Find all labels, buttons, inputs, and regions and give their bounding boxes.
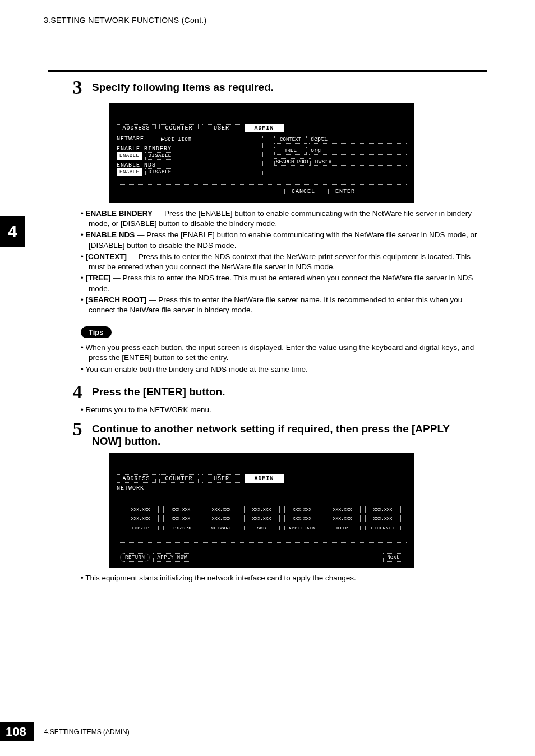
search-root-button[interactable]: SEARCH ROOT bbox=[274, 158, 311, 166]
tips-list: When you press each button, the input sc… bbox=[81, 343, 487, 375]
step-4-bullets: Returns you to the NETWORK menu. bbox=[81, 405, 487, 415]
set-item-pointer: ▶Set Item bbox=[161, 136, 191, 142]
nds-enable-button[interactable]: ENABLE bbox=[117, 168, 142, 176]
atk-val1: XXX.XXX bbox=[284, 506, 320, 513]
context-value: dept1 bbox=[309, 136, 407, 144]
step-3-title: Specify following items as required. bbox=[92, 81, 274, 94]
tab-address[interactable]: ADDRESS bbox=[117, 124, 156, 132]
running-header: 3.SETTING NETWORK FUNCTIONS (Cont.) bbox=[44, 16, 207, 25]
atk-val2: XXX.XXX bbox=[284, 515, 320, 522]
eth-val2: XXX.XXX bbox=[365, 515, 401, 522]
tab-user[interactable]: USER bbox=[202, 124, 241, 132]
ipx-val1: XXX.XXX bbox=[163, 506, 199, 513]
tcpip-val2: XXX.XXX bbox=[123, 515, 159, 522]
page-number: 108 bbox=[0, 722, 34, 741]
netware-label: NETWARE bbox=[117, 136, 144, 142]
nds-disable-button[interactable]: DISABLE bbox=[145, 168, 174, 176]
nw-val2: XXX.XXX bbox=[204, 515, 239, 522]
step-5-title: Continue to another network setting if r… bbox=[92, 423, 451, 448]
tab-counter[interactable]: COUNTER bbox=[159, 474, 199, 483]
page-footer: 108 4.SETTING ITEMS (ADMIN) bbox=[0, 722, 130, 741]
enable-nds-label: ENABLE NDS bbox=[117, 162, 251, 168]
step-5-number: 5 bbox=[70, 420, 85, 439]
tree-value: org bbox=[309, 147, 407, 155]
eth-val1: XXX.XXX bbox=[365, 506, 401, 513]
footer-label: 4.SETTING ITEMS (ADMIN) bbox=[44, 728, 130, 736]
appletalk-button[interactable]: APPLETALK bbox=[284, 524, 320, 532]
search-root-value: nwsrv bbox=[313, 158, 407, 166]
nw-val1: XXX.XXX bbox=[204, 506, 239, 513]
tree-button[interactable]: TREE bbox=[274, 147, 307, 155]
ipxspx-button[interactable]: IPX/SPX bbox=[163, 524, 199, 532]
chapter-tab: 4 bbox=[0, 216, 25, 247]
netware-settings-screenshot: ADDRESS COUNTER USER ADMIN NETWARE ▶Set … bbox=[109, 103, 414, 203]
step-5-bullets: This equipment starts initializing the n… bbox=[81, 573, 487, 583]
step-4-title: Press the [ENTER] button. bbox=[92, 386, 225, 398]
http-val2: XXX.XXX bbox=[325, 515, 361, 522]
section-rule bbox=[48, 70, 487, 72]
bindery-enable-button[interactable]: ENABLE bbox=[117, 152, 142, 160]
bindery-disable-button[interactable]: DISABLE bbox=[145, 152, 174, 160]
ethernet-button[interactable]: ETHERNET bbox=[365, 524, 401, 532]
netware-button[interactable]: NETWARE bbox=[204, 524, 239, 532]
step-4-number: 4 bbox=[70, 382, 85, 402]
tcpip-val1: XXX.XXX bbox=[123, 506, 159, 513]
smb-val2: XXX.XXX bbox=[244, 515, 280, 522]
apply-now-button[interactable]: APPLY NOW bbox=[153, 553, 191, 562]
network-menu-screenshot: ADDRESS COUNTER USER ADMIN NETWORK XXX.X… bbox=[109, 453, 414, 568]
step-3-bullets: ENABLE BINDERY — Press the [ENABLE] butt… bbox=[81, 209, 487, 315]
smb-button[interactable]: SMB bbox=[244, 524, 280, 532]
tab-admin[interactable]: ADMIN bbox=[245, 124, 284, 132]
tab-user[interactable]: USER bbox=[202, 474, 241, 483]
tab-counter[interactable]: COUNTER bbox=[159, 124, 199, 132]
http-val1: XXX.XXX bbox=[325, 506, 361, 513]
smb-val1: XXX.XXX bbox=[244, 506, 280, 513]
network-label: NETWORK bbox=[117, 485, 407, 491]
tips-badge: Tips bbox=[81, 326, 112, 338]
context-button[interactable]: CONTEXT bbox=[274, 136, 307, 144]
enable-bindery-label: ENABLE BINDERY bbox=[117, 146, 251, 152]
tcpip-button[interactable]: TCP/IP bbox=[123, 524, 159, 532]
http-button[interactable]: HTTP bbox=[325, 524, 361, 532]
return-button[interactable]: RETURN bbox=[120, 553, 150, 562]
ipx-val2: XXX.XXX bbox=[163, 515, 199, 522]
tab-address[interactable]: ADDRESS bbox=[117, 474, 156, 483]
next-button[interactable]: Next bbox=[383, 553, 403, 562]
step-3-number: 3 bbox=[70, 78, 85, 97]
tab-admin[interactable]: ADMIN bbox=[245, 474, 284, 483]
enter-button[interactable]: ENTER bbox=[328, 187, 362, 196]
cancel-button[interactable]: CANCEL bbox=[284, 187, 322, 196]
